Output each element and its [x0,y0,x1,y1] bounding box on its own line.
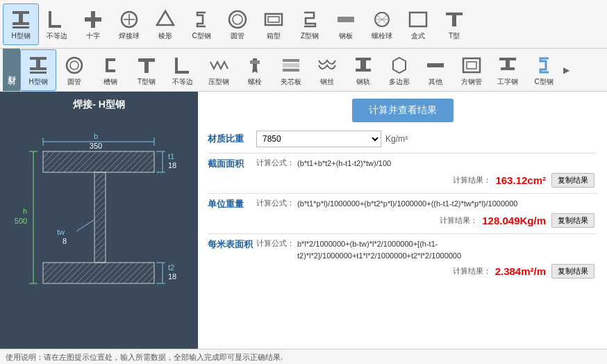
svg-rect-39 [356,58,371,60]
weld-ball-icon [118,8,140,31]
svg-marker-11 [157,11,174,25]
status-text: 使用说明：请在左图提示位置处，输入所需数据，全部输入完成即可显示正确结果. [6,353,283,361]
tool2-rail-label: 钢轨 [356,78,370,86]
svg-text:18: 18 [168,272,176,281]
calc-button[interactable]: 计算并查看结果 [352,99,454,122]
svg-text:t2: t2 [168,263,174,272]
formula-row-weight: 单位重量 计算公式： (b*t1*p*l)/1000000+(b*t2*p*l)… [208,198,597,210]
svg-point-29 [70,61,78,69]
surface-formula-label: 计算公式： [256,238,294,249]
tool2-wire-label: 钢丝 [320,78,334,86]
surface-result-row: 计算结果： 2.384m²/m 复制结果 [208,264,597,279]
tool-t-steel[interactable]: T型 [436,3,472,45]
tool2-other[interactable]: 其他 [417,49,454,91]
svg-rect-5 [49,25,61,28]
tool-prism-label: 棱形 [158,32,172,40]
material-select[interactable]: 7850 [256,131,381,147]
tool2-sandwich[interactable]: 夹芯板 [273,49,309,91]
tool2-press[interactable]: 压型钢 [201,49,237,91]
svg-rect-2 [13,22,29,25]
svg-rect-41 [356,69,371,72]
tool2-h-beam-icon [27,54,49,76]
tool-round-pipe[interactable]: 圆管 [219,3,256,45]
svg-rect-51 [94,172,106,263]
weight-copy-button[interactable]: 复制结果 [551,213,594,228]
svg-rect-44 [463,58,480,72]
svg-text:350: 350 [90,142,102,150]
tool-plate[interactable]: 钢板 [328,3,364,45]
tool-box2-label: 盒式 [411,32,425,40]
tool-z-steel[interactable]: Z型钢 [292,3,328,45]
tool-c-steel-label: C型钢 [192,32,210,40]
tool2-t-beam[interactable]: T型钢 [128,49,165,91]
svg-rect-47 [506,60,510,67]
svg-point-13 [233,15,242,24]
tool2-bolt[interactable]: 螺栓 [237,49,273,91]
tool2-t-beam-icon [135,54,158,76]
tool-t-steel-label: T型 [449,32,460,40]
svg-rect-38 [283,69,299,72]
weight-result-value: 128.049Kg/m [482,215,546,226]
tool2-slot[interactable]: 槽钢 [92,49,128,91]
tool-box[interactable]: 箱型 [256,3,292,45]
tool-plate-label: 钢板 [339,32,353,40]
weight-title: 单位重量 [208,198,256,210]
tool2-polygon-label: 多边形 [389,78,410,86]
svg-text:8: 8 [63,237,67,245]
svg-rect-7 [85,17,101,22]
area-formula: (b*t1+b*t2+(h-t1-t2)*tw)/100 [297,158,597,169]
material-label: 材质比重 [208,133,256,145]
section-weight: 单位重量 计算公式： (b*t1*p*l)/1000000+(b*t2*p*l)… [208,198,597,228]
svg-rect-52 [43,263,154,283]
svg-line-68 [76,220,94,231]
weight-result-label: 计算结果： [440,215,478,226]
tool-unequal[interactable]: 不等边 [39,3,75,45]
svg-rect-46 [499,58,516,60]
tool2-sandwich-icon [280,54,302,76]
unequal-icon [46,8,68,31]
tool-z-steel-label: Z型钢 [301,32,319,40]
tool2-round-pipe[interactable]: 圆管 [56,49,92,91]
left-panel: 焊接- H型钢 b 350 [0,92,198,349]
h-beam-icon [10,8,32,31]
expand-icon[interactable]: ▶ [562,65,571,75]
tool2-i-beam-icon [497,54,519,76]
area-result-value: 163.12cm² [495,174,546,186]
tool2-sq-pipe[interactable]: 方钢管 [454,49,490,91]
weight-formula: (b*t1*p*l)/1000000+(b*t2*p*l)/1000000+((… [297,198,597,210]
tool2-unequal[interactable]: 不等边 [165,49,201,91]
tool-screw-ball[interactable]: 螺栓球 [364,3,400,45]
tool2-c-steel[interactable]: C型钢 [526,49,562,91]
toolbar2: 型材 H型钢 圆管 槽钢 T型钢 [0,49,607,92]
svg-text:h: h [23,207,27,215]
area-title: 截面面积 [208,158,256,170]
prism-icon [154,8,176,31]
tool-h-beam[interactable]: H型钢 [3,3,39,45]
svg-rect-35 [250,60,260,64]
plate-icon [335,8,357,31]
tool-c-steel[interactable]: C型钢 [183,3,219,45]
tool-weld-ball[interactable]: 焊接球 [111,3,147,45]
tool-prism[interactable]: 棱形 [147,3,183,45]
area-copy-button[interactable]: 复制结果 [551,173,594,188]
material-row: 材质比重 7850 Kg/m³ [208,131,597,147]
tool2-round-pipe-icon [63,54,85,76]
weight-result-row: 计算结果： 128.049Kg/m 复制结果 [208,213,597,228]
tool2-i-beam[interactable]: 工字钢 [490,49,526,91]
tool2-polygon[interactable]: 多边形 [381,49,417,91]
tool2-sq-pipe-icon [460,54,483,76]
status-bar: 使用说明：请在左图提示位置处，输入所需数据，全部输入完成即可显示正确结果. [0,349,607,364]
box2-icon [407,8,429,31]
tool-unequal-label: 不等边 [47,32,67,40]
tool2-rail[interactable]: 钢轨 [345,49,381,91]
panel-title: 焊接- H型钢 [7,99,191,111]
tool-cross[interactable]: 十字 [75,3,111,45]
material-unit: Kg/m³ [385,134,408,144]
tool2-h-beam[interactable]: H型钢 [20,49,56,91]
tool-box2[interactable]: 盒式 [400,3,436,45]
svg-rect-30 [138,58,155,62]
tool2-wire[interactable]: 钢丝 [309,49,345,91]
tool2-unequal-label: 不等边 [172,78,193,86]
cross-icon [82,8,104,31]
surface-copy-button[interactable]: 复制结果 [551,264,594,279]
